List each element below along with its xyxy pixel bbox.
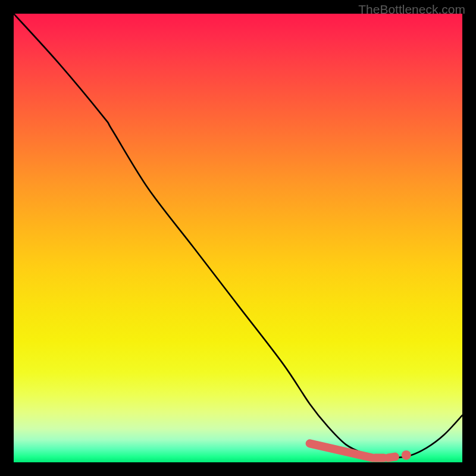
trough-bar <box>310 443 373 458</box>
plot-area <box>14 14 462 462</box>
highlight-group <box>310 443 411 460</box>
chart-svg <box>14 14 462 462</box>
watermark-text: TheBottleneck.com <box>358 2 465 17</box>
highlight-dot <box>402 450 411 460</box>
curve-line <box>14 14 462 458</box>
dash-2 <box>389 457 395 458</box>
